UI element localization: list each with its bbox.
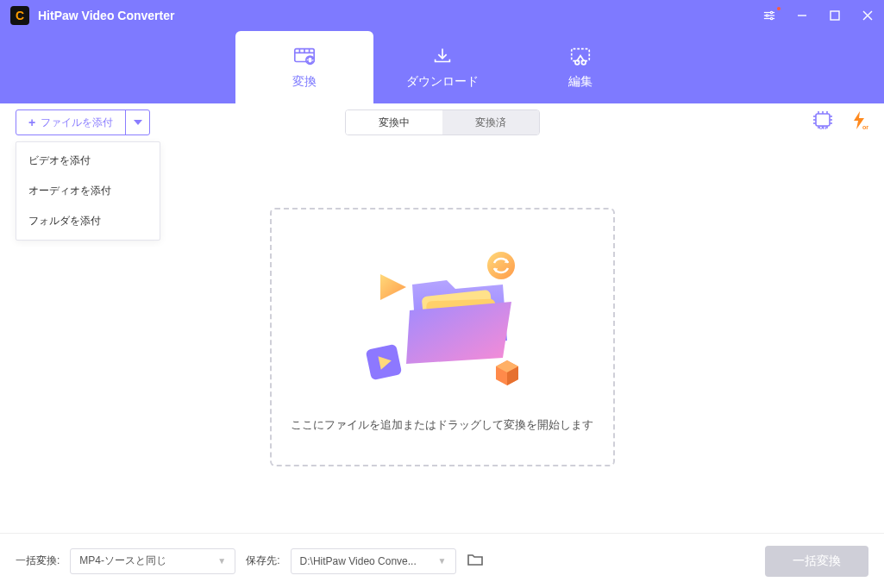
add-file-dropdown: ビデオを添付 オーディオを添付 フォルダを添付	[16, 141, 160, 241]
batch-convert-button[interactable]: 一括変換	[765, 546, 868, 577]
svg-text:on: on	[819, 124, 827, 130]
app-title: HitPaw Video Converter	[38, 9, 174, 22]
chevron-down-icon: ▼	[217, 556, 226, 566]
dropdown-item-audio[interactable]: オーディオを添付	[16, 176, 160, 206]
add-file-button[interactable]: + ファイルを添付	[16, 110, 125, 134]
tab-convert[interactable]: 変換	[235, 31, 373, 103]
svg-point-34	[487, 252, 515, 279]
settings-icon[interactable]	[763, 9, 775, 22]
svg-point-18	[581, 60, 586, 65]
tab-edit[interactable]: 編集	[511, 31, 649, 103]
svg-text:on: on	[862, 124, 868, 130]
status-segment: 変換中 変換済	[345, 109, 540, 135]
save-path-label: 保存先:	[246, 554, 279, 568]
toolbar: + ファイルを添付 ビデオを添付 オーディオを添付 フォルダを添付 変換中 変換…	[0, 103, 884, 141]
minimize-icon[interactable]	[796, 9, 808, 22]
app-logo: C	[10, 6, 29, 25]
dropdown-item-folder[interactable]: フォルダを添付	[16, 206, 160, 236]
plus-icon: +	[28, 116, 35, 129]
svg-point-17	[574, 60, 579, 65]
convert-icon	[292, 46, 317, 69]
drop-zone[interactable]: ここにファイルを追加またはドラッグして変換を開始します	[270, 208, 615, 466]
add-file-group: + ファイルを添付	[16, 109, 150, 135]
lightning-icon[interactable]: on	[850, 110, 868, 134]
batch-format-select[interactable]: MP4-ソースと同じ ▼	[70, 548, 235, 574]
segment-converted[interactable]: 変換済	[442, 110, 539, 134]
main-nav: 変換 ダウンロード 編集	[0, 31, 884, 103]
add-file-dropdown-toggle[interactable]	[125, 110, 149, 134]
save-path-select[interactable]: D:\HitPaw Video Conve... ▼	[291, 548, 456, 574]
open-folder-icon[interactable]	[467, 553, 484, 569]
chevron-down-icon: ▼	[438, 556, 447, 566]
add-file-label: ファイルを添付	[41, 116, 113, 130]
svg-rect-7	[831, 11, 839, 20]
close-icon[interactable]	[862, 9, 874, 22]
tab-label: 変換	[292, 74, 317, 90]
dropzone-illustration	[330, 241, 555, 397]
svg-point-5	[770, 17, 772, 19]
download-icon	[430, 46, 455, 69]
segment-converting[interactable]: 変換中	[346, 110, 442, 134]
dropzone-message: ここにファイルを追加またはドラッグして変換を開始します	[291, 417, 593, 433]
title-bar: C HitPaw Video Converter	[0, 0, 884, 31]
tab-label: ダウンロード	[406, 74, 479, 90]
edit-icon	[568, 46, 592, 69]
svg-point-3	[770, 11, 772, 13]
batch-format-label: 一括変換:	[16, 554, 60, 568]
dropdown-item-video[interactable]: ビデオを添付	[16, 146, 160, 176]
save-path-value: D:\HitPaw Video Conve...	[300, 555, 429, 567]
hardware-accel-icon[interactable]: on	[812, 110, 834, 134]
tab-label: 編集	[568, 74, 592, 90]
svg-point-4	[766, 15, 768, 16]
batch-format-value: MP4-ソースと同じ	[79, 554, 209, 568]
tab-download[interactable]: ダウンロード	[373, 31, 511, 103]
maximize-icon[interactable]	[829, 9, 841, 22]
footer: 一括変換: MP4-ソースと同じ ▼ 保存先: D:\HitPaw Video …	[0, 533, 884, 588]
